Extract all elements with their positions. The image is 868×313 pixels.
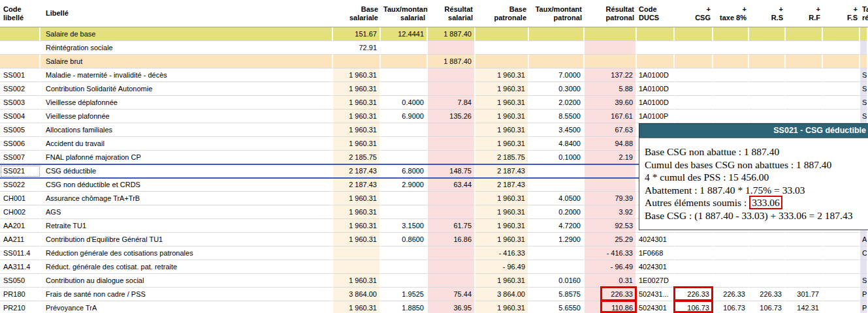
cell-base_sal[interactable]: 151.67	[333, 27, 381, 41]
cell-base_pat[interactable]: - 416.33	[475, 246, 529, 260]
cell-libelle[interactable]: Contribution d'Equilibre Général TU1	[40, 233, 333, 246]
cell-rf[interactable]	[786, 82, 823, 96]
cell-res_pat[interactable]: 94.88	[585, 137, 637, 151]
cell-fs[interactable]	[823, 110, 860, 123]
table-row-AA211[interactable]: AA211Contribution d'Equilibre Général TU…	[0, 233, 868, 246]
cell-base_sal[interactable]: 72.91	[333, 41, 381, 55]
cell-rf[interactable]	[786, 68, 823, 82]
cell-rs[interactable]	[749, 274, 786, 288]
cell-ta[interactable]	[860, 260, 868, 274]
cell-res_sal[interactable]	[428, 274, 475, 288]
cell-rs[interactable]	[749, 260, 786, 274]
cell-taux_pat[interactable]: 8.5500	[529, 110, 585, 123]
cell-code[interactable]: AA311.4	[0, 260, 40, 274]
cell-res_sal[interactable]: 16.86	[428, 233, 475, 246]
cell-code[interactable]: SS005	[0, 123, 40, 137]
cell-rs[interactable]: 106.73	[749, 301, 786, 313]
cell-ducs[interactable]: 1A0100P	[637, 110, 675, 123]
cell-taux_pat[interactable]: 1.2900	[529, 233, 585, 246]
table-row-SS050[interactable]: SS050Contribution au dialogue social1 96…	[0, 274, 868, 288]
cell-ta[interactable]: AA	[860, 233, 868, 246]
cell-csg[interactable]	[675, 27, 713, 41]
cell-res_sal[interactable]	[428, 137, 475, 151]
cell-base_sal[interactable]: 1 960.31	[333, 301, 381, 313]
cell-res_pat[interactable]: - 96.49	[585, 260, 637, 274]
cell-csg[interactable]	[675, 110, 713, 123]
cell-fs[interactable]	[823, 41, 860, 55]
cell-taux_pat[interactable]: 3.4500	[529, 123, 585, 137]
table-row-AA311.4[interactable]: AA311.4Réduct. générale des cotisat. pat…	[0, 260, 868, 274]
cell-res_pat[interactable]: 25.29	[585, 233, 637, 246]
cell-base_sal[interactable]: 1 960.31	[333, 274, 381, 288]
cell-base_pat[interactable]: 2 187.43	[475, 178, 529, 192]
cell-res_pat[interactable]: 2.19	[585, 151, 637, 164]
cell-csg[interactable]	[675, 233, 713, 246]
cell-libelle[interactable]: Assurance chômage TrA+TrB	[40, 192, 333, 205]
cell-taxe8[interactable]	[713, 233, 749, 246]
cell-libelle[interactable]: Frais de santé non cadre / PSS	[40, 288, 333, 301]
cell-base_pat[interactable]	[475, 27, 529, 41]
cell-csg[interactable]	[675, 96, 713, 110]
cell-base_sal[interactable]: 2 187.43	[333, 178, 381, 192]
cell-code[interactable]: AA211	[0, 233, 40, 246]
cell-res_pat[interactable]: 167.61	[585, 110, 637, 123]
cell-libelle[interactable]: Retraite TU1	[40, 219, 333, 233]
cell-taxe8[interactable]	[713, 82, 749, 96]
cell-base_sal[interactable]: 2 187.43	[333, 164, 381, 178]
cell-base_pat[interactable]: 1 960.31	[475, 274, 529, 288]
cell-ta[interactable]: PR	[860, 301, 868, 313]
cell-base_pat[interactable]: 1 960.31	[475, 233, 529, 246]
cell-code[interactable]	[0, 27, 40, 41]
cell-res_pat[interactable]: 39.60	[585, 96, 637, 110]
cell-taux_sal[interactable]	[381, 123, 428, 137]
cell-taux_sal[interactable]	[381, 41, 428, 55]
cell-taux_sal[interactable]	[381, 205, 428, 219]
cell-base_pat[interactable]: 3 864.00	[475, 288, 529, 301]
cell-code[interactable]: SS007	[0, 151, 40, 164]
cell-ducs[interactable]	[637, 41, 675, 55]
cell-base_sal[interactable]: 3 864.00	[333, 288, 381, 301]
cell-libelle[interactable]: Allocations familiales	[40, 123, 333, 137]
cell-rf[interactable]	[786, 27, 823, 41]
cell-libelle[interactable]: Contribution Solidarité Autonomie	[40, 82, 333, 96]
cell-base_pat[interactable]: 1 960.31	[475, 137, 529, 151]
cell-taxe8[interactable]	[713, 260, 749, 274]
cell-taux_pat[interactable]: 7.0000	[529, 68, 585, 82]
cell-res_pat[interactable]: 5.88	[585, 82, 637, 96]
cell-ducs[interactable]: 1E0027D	[637, 274, 675, 288]
cell-fs[interactable]	[823, 246, 860, 260]
cell-base_sal[interactable]: 1 960.31	[333, 110, 381, 123]
table-row-SS002[interactable]: SS002Contribution Solidarité Autonomie1 …	[0, 82, 868, 96]
cell-code[interactable]: CH001	[0, 192, 40, 205]
cell-taux_sal[interactable]	[381, 137, 428, 151]
cell-res_sal[interactable]: 148.75	[428, 164, 475, 178]
cell-base_sal[interactable]: 1 960.31	[333, 219, 381, 233]
cell-fs[interactable]	[823, 233, 860, 246]
cell-ducs[interactable]: 1A0100D	[637, 82, 675, 96]
table-row-SS003[interactable]: SS003Vieillesse déplafonnée1 960.310.400…	[0, 96, 868, 110]
cell-fs[interactable]	[823, 55, 860, 68]
cell-code[interactable]: SS004	[0, 110, 40, 123]
cell-base_pat[interactable]: 2 187.43	[475, 164, 529, 178]
cell-ta[interactable]: PR	[860, 288, 868, 301]
cell-taux_sal[interactable]	[381, 151, 428, 164]
cell-rf[interactable]: 301.77	[786, 288, 823, 301]
cell-rs[interactable]	[749, 233, 786, 246]
cell-libelle[interactable]: Accident du travail	[40, 137, 333, 151]
cell-taux_pat[interactable]: 2.0200	[529, 96, 585, 110]
cell-ta[interactable]: SS	[860, 110, 868, 123]
cell-rs[interactable]	[749, 27, 786, 41]
table-row[interactable]: Salaire de base151.6712.44411 887.40	[0, 27, 868, 41]
cell-libelle[interactable]: Vieillesse plafonnée	[40, 110, 333, 123]
cell-res_sal[interactable]	[428, 82, 475, 96]
cell-rs[interactable]	[749, 82, 786, 96]
cell-ta[interactable]	[860, 55, 868, 68]
cell-res_sal[interactable]	[428, 246, 475, 260]
cell-taux_pat[interactable]: 5.6550	[529, 301, 585, 313]
cell-taux_pat[interactable]: 5.8575	[529, 288, 585, 301]
cell-res_pat[interactable]: 79.39	[585, 192, 637, 205]
cell-ta[interactable]: CH	[860, 246, 868, 260]
cell-fs[interactable]	[823, 260, 860, 274]
cell-taux_sal[interactable]	[381, 274, 428, 288]
cell-res_sal[interactable]	[428, 192, 475, 205]
